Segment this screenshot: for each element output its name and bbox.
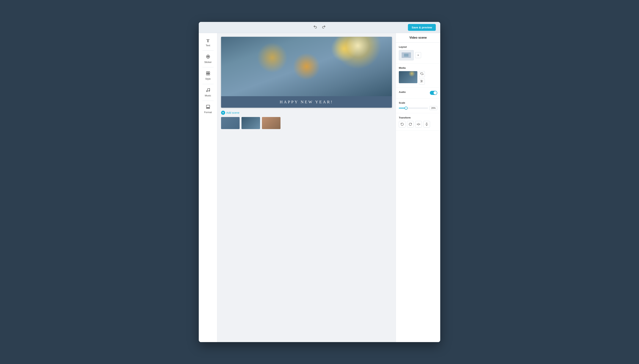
scale-thumb[interactable] bbox=[404, 106, 408, 110]
svg-rect-3 bbox=[208, 72, 210, 73]
text-icon: T bbox=[206, 38, 209, 43]
right-panel: Video scene Layout ▾ Media bbox=[396, 33, 440, 342]
scene-canvas: HAPPY NEW YEAR! bbox=[221, 37, 392, 108]
sidebar-divider-3 bbox=[202, 84, 214, 84]
refresh-icon bbox=[420, 72, 423, 76]
sidebar-item-text[interactable]: T Text bbox=[200, 36, 216, 49]
add-scene-row: + Add scene bbox=[221, 111, 392, 115]
scale-section: Scale 26% bbox=[396, 98, 440, 113]
svg-rect-8 bbox=[206, 105, 210, 107]
svg-rect-5 bbox=[208, 74, 210, 75]
scene-text-bar: HAPPY NEW YEAR! bbox=[221, 96, 392, 108]
sidebar-item-label: Style bbox=[205, 78, 211, 80]
undo-redo-group bbox=[312, 24, 326, 31]
top-bar: Save & preview bbox=[199, 22, 440, 33]
svg-line-13 bbox=[422, 82, 423, 82]
main-area: T Text Sticker bbox=[199, 33, 440, 342]
scale-slider[interactable] bbox=[399, 108, 428, 108]
layout-thumbnail bbox=[399, 50, 414, 60]
scale-row: 26% bbox=[399, 106, 437, 110]
svg-rect-2 bbox=[206, 72, 208, 73]
sidebar-item-label: Text bbox=[206, 44, 210, 47]
media-thumbnail bbox=[399, 71, 418, 83]
scale-track bbox=[399, 108, 428, 108]
svg-rect-4 bbox=[206, 74, 208, 75]
canvas-area: HAPPY NEW YEAR! + Add scene bbox=[217, 33, 396, 342]
scene-photo bbox=[221, 37, 392, 96]
media-label: Media bbox=[399, 66, 437, 69]
thumbnail-1[interactable] bbox=[221, 117, 240, 129]
svg-line-14 bbox=[421, 81, 422, 81]
audio-toggle[interactable] bbox=[430, 91, 437, 95]
scene-image-area bbox=[221, 37, 392, 96]
media-thumb-image bbox=[399, 71, 418, 83]
save-preview-button[interactable]: Save & preview bbox=[408, 24, 436, 31]
audio-section: Audio bbox=[396, 88, 440, 98]
transform-section: Transform bbox=[396, 113, 440, 131]
add-scene-button[interactable]: + Add scene bbox=[221, 111, 240, 115]
transform-flip-horizontal-button[interactable] bbox=[415, 121, 422, 128]
sidebar-item-label: Music bbox=[205, 94, 211, 97]
layout-dropdown-button[interactable]: ▾ bbox=[415, 52, 421, 58]
music-icon bbox=[206, 88, 210, 94]
media-control bbox=[399, 71, 437, 84]
transform-flip-vertical-button[interactable] bbox=[423, 121, 430, 128]
add-scene-plus-icon: + bbox=[221, 111, 225, 115]
transform-rotate-right-button[interactable] bbox=[407, 121, 414, 128]
sidebar-item-sticker[interactable]: Sticker bbox=[200, 52, 216, 66]
sidebar-divider-1 bbox=[202, 50, 214, 51]
svg-point-6 bbox=[206, 91, 208, 92]
scale-label: Scale bbox=[399, 102, 437, 104]
chevron-down-icon: ▾ bbox=[418, 54, 419, 56]
media-actions bbox=[419, 71, 425, 84]
media-section: Media bbox=[396, 64, 440, 88]
transform-label: Transform bbox=[399, 116, 437, 119]
layout-label: Layout bbox=[399, 46, 437, 48]
layout-thumb-inner bbox=[402, 52, 411, 58]
media-crop-button[interactable] bbox=[419, 78, 425, 84]
sidebar-item-music[interactable]: Music bbox=[200, 86, 216, 99]
undo-button[interactable] bbox=[312, 24, 318, 31]
transform-row bbox=[399, 121, 437, 128]
toggle-knob bbox=[434, 91, 437, 94]
layout-control: ▾ bbox=[399, 50, 437, 60]
layout-section: Layout ▾ bbox=[396, 42, 440, 64]
audio-label: Audio bbox=[399, 91, 406, 94]
svg-point-7 bbox=[208, 90, 210, 91]
sidebar-item-label: Sticker bbox=[204, 61, 212, 64]
thumbnails-row bbox=[221, 117, 392, 129]
thumbnail-2[interactable] bbox=[242, 117, 260, 129]
thumbnail-3[interactable] bbox=[262, 117, 280, 129]
sidebar-divider-2 bbox=[202, 67, 214, 68]
svg-point-1 bbox=[208, 56, 208, 57]
app-window: Save & preview T Text Sticker bbox=[199, 22, 440, 342]
style-icon bbox=[206, 71, 210, 77]
sidebar-item-format[interactable]: Format bbox=[200, 102, 216, 116]
format-icon bbox=[206, 104, 210, 110]
sidebar-item-style[interactable]: Style bbox=[200, 69, 216, 82]
audio-row: Audio bbox=[399, 91, 437, 95]
scissors-icon bbox=[420, 80, 423, 83]
media-refresh-button[interactable] bbox=[419, 71, 425, 77]
scale-value: 26% bbox=[430, 106, 437, 110]
sticker-icon bbox=[206, 54, 210, 60]
svg-rect-9 bbox=[206, 108, 210, 108]
scene-title-text: HAPPY NEW YEAR! bbox=[280, 100, 333, 104]
sidebar-item-label: Format bbox=[204, 111, 212, 114]
add-scene-label: Add scene bbox=[226, 111, 240, 114]
panel-title: Video scene bbox=[396, 33, 440, 42]
transform-rotate-left-button[interactable] bbox=[399, 121, 406, 128]
left-sidebar: T Text Sticker bbox=[199, 33, 217, 342]
redo-button[interactable] bbox=[321, 24, 326, 31]
